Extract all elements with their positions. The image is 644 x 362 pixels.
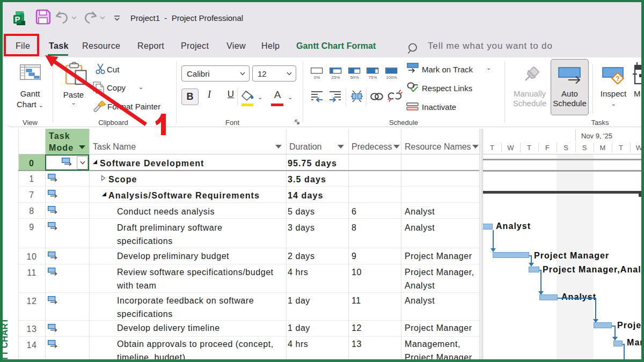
svg-text:?: ? bbox=[616, 75, 619, 83]
svg-text:P: P bbox=[14, 14, 20, 24]
